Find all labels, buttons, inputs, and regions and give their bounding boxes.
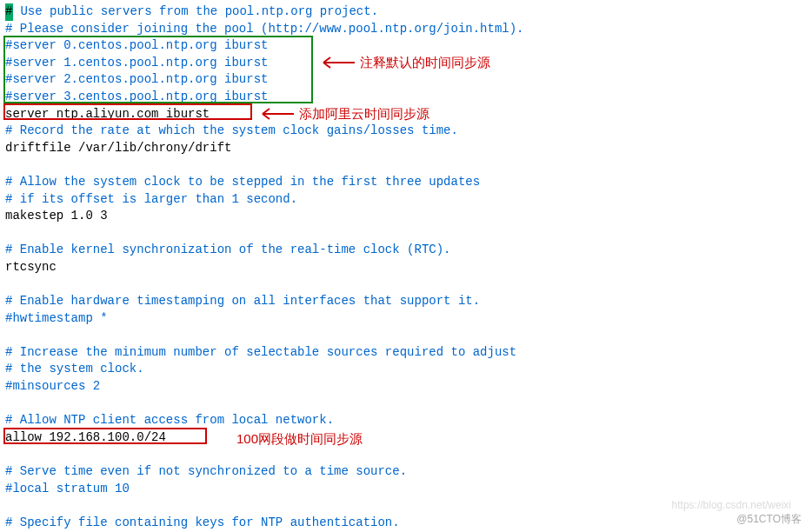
code-line: #server 0.centos.pool.ntp.org iburst xyxy=(5,37,807,55)
code-line: # Allow the system clock to be stepped i… xyxy=(5,174,807,191)
watermark-url: https://blog.csdn.net/weixi xyxy=(672,498,791,513)
code-line: #server 2.centos.pool.ntp.org iburst xyxy=(5,71,807,89)
code-line: #hwtimestamp * xyxy=(5,310,807,328)
code-line xyxy=(5,446,807,463)
code-line: # Enable kernel synchronization of the r… xyxy=(5,242,807,259)
code-line: allow 192.168.100.0/24 xyxy=(5,429,807,447)
code-line: # Serve time even if not synchronized to… xyxy=(5,463,807,481)
code-line xyxy=(5,156,807,174)
code-line xyxy=(5,327,807,344)
code-line xyxy=(5,276,807,294)
watermark-credit: @51CTO博客 xyxy=(736,512,802,527)
code-line: # Record the rate at which the system cl… xyxy=(5,123,807,140)
annotation-text: 注释默认的时间同步源 xyxy=(360,53,490,71)
code-line: # Increase the minimum number of selecta… xyxy=(5,344,807,362)
code-line: #local stratum 10 xyxy=(5,481,807,498)
code-line: # if its offset is larger than 1 second. xyxy=(5,191,807,209)
annotation-text: 100网段做时间同步源 xyxy=(236,429,363,448)
cursor: # xyxy=(5,3,13,21)
code-line xyxy=(5,396,807,413)
code-line: #minsources 2 xyxy=(5,378,807,396)
code-line: makestep 1.0 3 xyxy=(5,208,807,225)
annotation-text: 添加阿里云时间同步源 xyxy=(299,104,429,123)
code-line: rtcsync xyxy=(5,259,807,276)
annotation-aliyun-server: 添加阿里云时间同步源 xyxy=(257,104,429,123)
annotation-allow-network: 100网段做时间同步源 xyxy=(236,429,363,448)
code-editor-view: # Use public servers from the pool.ntp.o… xyxy=(5,3,807,532)
code-line: # Specify file containing keys for NTP a… xyxy=(5,515,807,532)
code-line: # Enable hardware timestamping on all in… xyxy=(5,293,807,310)
code-line: driftfile /var/lib/chrony/drift xyxy=(5,140,807,157)
code-line: #server 3.centos.pool.ntp.org iburst xyxy=(5,89,807,106)
code-line: # the system clock. xyxy=(5,361,807,378)
arrow-left-icon xyxy=(318,56,355,70)
code-line: # Allow NTP client access from local net… xyxy=(5,412,807,429)
code-line xyxy=(5,225,807,243)
arrow-left-icon xyxy=(257,107,294,121)
code-line: # Use public servers from the pool.ntp.o… xyxy=(5,3,807,21)
code-line: # Please consider joining the pool (http… xyxy=(5,21,807,38)
annotation-default-servers: 注释默认的时间同步源 xyxy=(318,53,490,71)
